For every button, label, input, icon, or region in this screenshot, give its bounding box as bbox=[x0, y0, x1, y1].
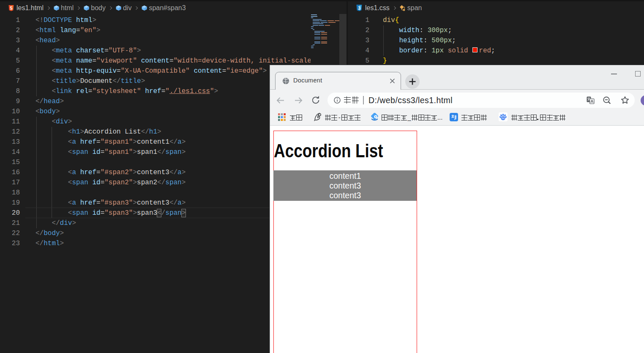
svg-text:5: 5 bbox=[10, 5, 13, 11]
svg-text:3: 3 bbox=[358, 5, 360, 11]
svg-text:du: du bbox=[502, 117, 505, 120]
